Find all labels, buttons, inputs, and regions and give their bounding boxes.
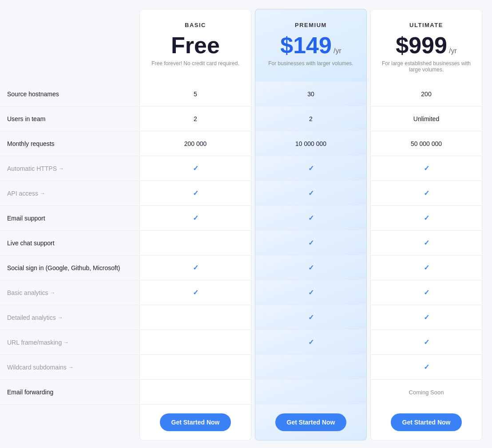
feature-value-10-1: ✓ [255,330,367,355]
feature-value-12-2: Coming Soon [370,380,482,405]
feature-label-0: Source hostnames [0,82,138,106]
cta-spacer [0,405,138,440]
feature-label-text-1: Users in team [7,115,45,122]
ultimate-plan-description: For large established businesses with la… [380,60,473,73]
check-icon-7-2: ✓ [424,263,429,272]
feature-value-8-0: ✓ [139,280,251,305]
feature-label-text-6: Live chat support [7,240,55,247]
premium-plan-name: PREMIUM [264,22,357,28]
check-icon-4-1: ✓ [308,189,314,197]
coming-soon-12-2: Coming Soon [409,389,444,396]
check-icon-6-2: ✓ [424,239,429,247]
check-icon-3-2: ✓ [424,164,429,173]
feature-label-text-12: Email forwarding [7,389,53,396]
feature-value-1-1: 2 [255,106,367,131]
feature-value-9-1: ✓ [255,305,367,330]
feature-value-10-0 [139,330,251,355]
feature-label-text-10[interactable]: URL frame/masking→ [7,339,69,346]
feature-value-2-0: 200 000 [139,131,251,156]
check-icon-5-0: ✓ [193,214,198,222]
feature-label-2: Monthly requests [0,131,138,156]
basic-plan-header: BASIC Free Free forever! No credit card … [139,9,251,82]
feature-value-5-0: ✓ [139,206,251,231]
check-icon-4-2: ✓ [424,189,429,197]
feature-label-text-11[interactable]: Wildcard subdomains→ [7,364,74,371]
check-icon-3-1: ✓ [308,164,314,173]
premium-plan-description: For businesses with larger volumes. [264,60,357,67]
arrow-icon-10: → [63,339,69,346]
feature-value-3-0: ✓ [139,156,251,181]
feature-label-text-3[interactable]: Automatic HTTPS→ [7,165,64,172]
feature-label-text-0: Source hostnames [7,90,59,98]
ultimate-plan-period: /yr [449,47,457,55]
check-icon-8-0: ✓ [193,288,198,297]
check-icon-7-1: ✓ [308,263,314,272]
premium-plan-price: $149 [280,34,332,57]
feature-value-8-2: ✓ [370,280,482,305]
ultimate-plan-name: ULTIMATE [380,22,473,28]
feature-value-9-0 [139,305,251,330]
feature-value-3-2: ✓ [370,156,482,181]
ultimate-plan-header: ULTIMATE $999 /yr For large established … [370,9,482,82]
feature-text-2-2: 50 000 000 [411,140,442,147]
feature-label-text-5: Email support [7,215,45,222]
feature-value-3-1: ✓ [255,156,367,181]
feature-label-text-4[interactable]: API access→ [7,190,45,197]
feature-value-12-0 [139,380,251,405]
feature-text-2-0: 200 000 [184,140,207,147]
feature-value-2-2: 50 000 000 [370,131,482,156]
pricing-table: BASIC Free Free forever! No credit card … [0,9,492,440]
premium-plan-period: /yr [333,47,341,55]
feature-label-10[interactable]: URL frame/masking→ [0,330,138,355]
feature-text-0-2: 200 [421,90,431,98]
feature-value-1-0: 2 [139,106,251,131]
feature-label-3[interactable]: Automatic HTTPS→ [0,156,138,181]
check-icon-5-1: ✓ [308,214,314,222]
feature-value-11-0 [139,355,251,380]
feature-text-0-1: 30 [307,90,314,98]
premium-price-row: $149 /yr [264,34,357,57]
feature-label-text-9[interactable]: Detailed analytics→ [7,314,63,321]
feature-value-4-1: ✓ [255,181,367,206]
arrow-icon-11: → [68,364,74,370]
feature-label-text-7: Social sign in (Google, Github, Microsof… [7,264,120,271]
arrow-icon-3: → [59,165,64,172]
feature-value-0-0: 5 [139,82,251,106]
ultimate-price-row: $999 /yr [380,34,473,57]
feature-label-11[interactable]: Wildcard subdomains→ [0,355,138,380]
header-spacer [0,9,138,82]
check-icon-3-0: ✓ [193,164,198,173]
feature-text-1-2: Unlimited [413,115,439,122]
arrow-icon-4: → [40,190,45,196]
basic-plan-price: Free [149,34,242,57]
check-icon-9-2: ✓ [424,313,429,322]
feature-label-text-8[interactable]: Basic analytics→ [7,289,56,296]
ultimate-cta-button[interactable]: Get Started Now [391,413,462,431]
feature-value-8-1: ✓ [255,280,367,305]
feature-label-6: Live chat support [0,231,138,255]
ultimate-cta-cell: Get Started Now [370,405,482,440]
feature-value-6-1: ✓ [255,231,367,255]
feature-label-4[interactable]: API access→ [0,181,138,206]
feature-label-8[interactable]: Basic analytics→ [0,280,138,305]
feature-value-5-1: ✓ [255,206,367,231]
premium-cta-button[interactable]: Get Started Now [275,413,346,431]
basic-plan-name: BASIC [149,22,242,28]
feature-text-2-1: 10 000 000 [295,140,326,147]
arrow-icon-8: → [50,290,56,296]
feature-value-1-2: Unlimited [370,106,482,131]
check-icon-5-2: ✓ [424,214,429,222]
basic-cta-button[interactable]: Get Started Now [160,413,231,431]
feature-value-4-0: ✓ [139,181,251,206]
feature-value-0-2: 200 [370,82,482,106]
check-icon-4-0: ✓ [193,189,198,197]
feature-label-12: Email forwarding [0,380,138,405]
check-icon-8-2: ✓ [424,288,429,297]
feature-label-5: Email support [0,206,138,231]
check-icon-11-2: ✓ [424,363,429,371]
feature-value-2-1: 10 000 000 [255,131,367,156]
feature-label-9[interactable]: Detailed analytics→ [0,305,138,330]
feature-value-12-1 [255,380,367,405]
feature-value-10-2: ✓ [370,330,482,355]
check-icon-7-0: ✓ [193,263,198,272]
